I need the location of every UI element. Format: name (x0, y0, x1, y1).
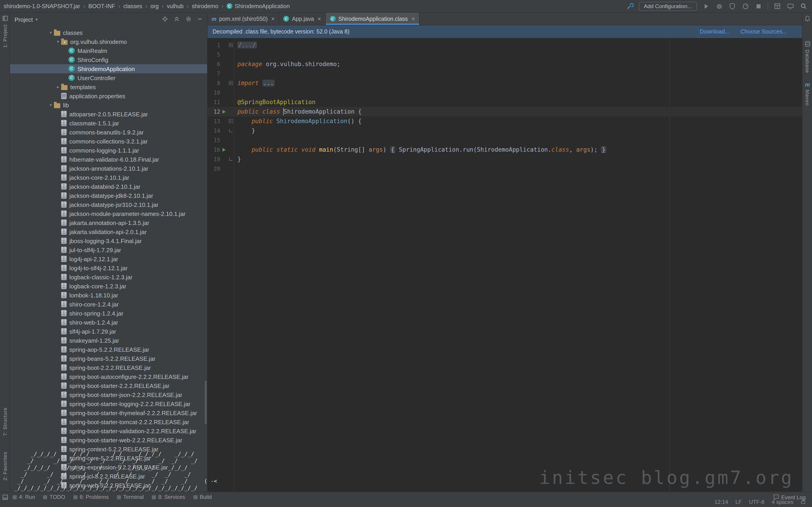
breadcrumb-item-shirodemoapplication[interactable]: ShirodemoApplication (235, 3, 290, 9)
line-ending[interactable]: LF (735, 499, 742, 505)
status-item-todo[interactable]: TODO (43, 494, 65, 500)
fold-marker-icon[interactable] (229, 129, 232, 132)
tree-item-commons-logging-1-1-1-jar[interactable]: commons-logging-1.1.1.jar (10, 146, 207, 155)
code-line-13[interactable]: 13− public ShirodemoApplication() { (208, 116, 802, 126)
tree-item-jackson-core-2-10-1-jar[interactable]: jackson-core-2.10.1.jar (10, 173, 207, 182)
tree-item-jackson-datatype-jsr310-2-10-1-jar[interactable]: jackson-datatype-jsr310-2.10.1.jar (10, 200, 207, 209)
code-line-11[interactable]: 11@SpringBootApplication (208, 97, 802, 107)
tree-item-jackson-module-parameter-names-2-10-1-jar[interactable]: jackson-module-parameter-names-2.10.1.ja… (10, 209, 207, 218)
caret-position[interactable]: 12:14 (715, 499, 728, 505)
tree-item-attoparser-2-0-5-release-jar[interactable]: attoparser-2.0.5.RELEASE.jar (10, 110, 207, 119)
tree-item-jackson-datatype-jdk8-2-10-1-jar[interactable]: jackson-datatype-jdk8-2.10.1.jar (10, 191, 207, 200)
tree-item-jakarta-validation-api-2-0-1-jar[interactable]: jakarta.validation-api-2.0.1.jar (10, 227, 207, 236)
tree-item-log4j-api-2-12-1-jar[interactable]: log4j-api-2.12.1.jar (10, 255, 207, 264)
search-icon[interactable] (799, 2, 807, 10)
code-line-7[interactable]: 7 (208, 69, 802, 78)
tree-item-jakarta-annotation-api-1-3-5-jar[interactable]: jakarta.annotation-api-1.3.5.jar (10, 218, 207, 227)
tree-item-spring-boot-2-2-2-release-jar[interactable]: spring-boot-2.2.2.RELEASE.jar (10, 363, 207, 372)
tree-item-shiro-web-1-2-4-jar[interactable]: shiro-web-1.2.4.jar (10, 318, 207, 327)
code-line-14[interactable]: 14 } (208, 126, 802, 135)
tree-item-templates[interactable]: ▸templates (10, 82, 207, 92)
close-icon[interactable]: × (271, 16, 274, 21)
collapse-all-icon[interactable] (173, 16, 180, 23)
tree-item-jul-to-slf4j-1-7-29-jar[interactable]: jul-to-slf4j-1.7.29.jar (10, 245, 207, 255)
tree-item-spring-boot-starter-web-2-2-2-release-jar[interactable]: spring-boot-starter-web-2.2.2.RELEASE.ja… (10, 436, 207, 445)
tree-item-classmate-1-5-1-jar[interactable]: classmate-1.5.1.jar (10, 119, 207, 128)
lock-icon[interactable] (801, 498, 806, 506)
tab-app-java[interactable]: CApp.java× (280, 13, 326, 25)
code-line-10[interactable]: 10 (208, 88, 802, 97)
project-tool-icon[interactable] (0, 15, 10, 21)
tool-button-favorites[interactable]: 2: Favorites (0, 452, 10, 481)
coverage-icon[interactable] (728, 2, 736, 10)
tree-item-commons-collections-3-2-1-jar[interactable]: commons-collections-3.2.1.jar (10, 137, 207, 146)
status-item-terminal[interactable]: Terminal (117, 494, 144, 500)
tree-item-application-properties[interactable]: application.properties (10, 92, 207, 101)
tree-item-shiro-spring-1-2-4-jar[interactable]: shiro-spring-1.2.4.jar (10, 309, 207, 318)
tab-shirodemoapplication-class[interactable]: CShirodemoApplication.class× (325, 13, 419, 25)
tree-item-mainrealm[interactable]: CMainRealm (10, 46, 207, 55)
download-link[interactable]: Download... (700, 29, 729, 35)
tree-item-jackson-annotations-2-10-1-jar[interactable]: jackson-annotations-2.10.1.jar (10, 164, 207, 173)
tree-item-commons-beanutils-1-9-2-jar[interactable]: commons-beanutils-1.9.2.jar (10, 128, 207, 137)
tree-item-spring-beans-5-2-2-release-jar[interactable]: spring-beans-5.2.2.RELEASE.jar (10, 354, 207, 363)
hide-panel-icon[interactable] (197, 16, 203, 23)
tree-item-logback-classic-1-2-3-jar[interactable]: logback-classic-1.2.3.jar (10, 273, 207, 282)
code-line-1[interactable]: 1+/.../ (208, 40, 802, 50)
bell-icon[interactable] (803, 15, 812, 22)
run-icon[interactable] (702, 2, 710, 10)
tool-button-project[interactable]: 1: Project (0, 24, 10, 48)
status-item-4-run[interactable]: 4: Run (13, 494, 35, 500)
code-line-8[interactable]: 8+import ... (208, 78, 802, 88)
tree-item-spring-boot-starter-thymeleaf-2-2-2-release-jar[interactable]: spring-boot-starter-thymeleaf-2.2.2.RELE… (10, 408, 207, 417)
tree-item-spring-boot-starter-logging-2-2-2-release-jar[interactable]: spring-boot-starter-logging-2.2.2.RELEAS… (10, 399, 207, 408)
breadcrumb-item-boot-inf[interactable]: BOOT-INF (88, 3, 115, 9)
encoding[interactable]: UTF-8 (749, 499, 764, 505)
build-hammer-icon[interactable] (626, 2, 634, 10)
tool-button-maven[interactable]: m Maven (803, 81, 812, 106)
code-line-19[interactable]: 19} (208, 154, 802, 164)
breadcrumb-item-shirodemo-1-0-snapshot-jar[interactable]: shirodemo-1.0-SNAPSHOT.jar (4, 3, 80, 9)
tree-item-lib[interactable]: ▾lib (10, 101, 207, 110)
add-configuration-button[interactable]: Add Configuration... (639, 2, 697, 11)
breadcrumb-item-org[interactable]: org (150, 3, 159, 9)
chevron-down-icon[interactable]: ▾ (48, 30, 54, 35)
choose-sources-link[interactable]: Choose Sources... (741, 29, 787, 35)
tree-scrollbar[interactable] (205, 381, 207, 424)
remote-screen-icon[interactable] (786, 2, 794, 10)
fold-marker-icon[interactable]: + (229, 43, 233, 47)
tree-item-spring-boot-autoconfigure-2-2-2-release-jar[interactable]: spring-boot-autoconfigure-2.2.2.RELEASE.… (10, 372, 207, 381)
project-panel-title[interactable]: Project (14, 16, 33, 23)
tree-item-shiroconfig[interactable]: CShiroConfig (10, 55, 207, 64)
tree-item-classes[interactable]: ▾classes (10, 28, 207, 37)
tool-button-database[interactable]: Database (803, 41, 812, 73)
breadcrumb-item-shirodemo[interactable]: shirodemo (192, 3, 218, 9)
breadcrumb-item-vulhub[interactable]: vulhub (167, 3, 184, 9)
tree-item-jackson-databind-2-10-1-jar[interactable]: jackson-databind-2.10.1.jar (10, 182, 207, 191)
locate-icon[interactable] (162, 16, 168, 23)
tree-item-jboss-logging-3-4-1-final-jar[interactable]: jboss-logging-3.4.1.Final.jar (10, 236, 207, 245)
chevron-down-icon[interactable]: ▾ (48, 103, 54, 107)
tree-item-shiro-core-1-2-4-jar[interactable]: shiro-core-1.2.4.jar (10, 300, 207, 309)
code-line-6[interactable]: 6package org.vulhub.shirodemo; (208, 59, 802, 69)
code-line-12[interactable]: 12public class ShirodemoApplication { (208, 107, 802, 116)
tab-pom-xml-shiro550[interactable]: mpom.xml (shiro550)× (208, 13, 280, 25)
status-item-6-problems[interactable]: 6: Problems (73, 494, 109, 500)
chevron-down-icon[interactable]: ▾ (36, 17, 38, 22)
stop-icon[interactable] (754, 2, 763, 10)
tool-window-switcher-icon[interactable] (2, 494, 8, 502)
tree-item-spring-boot-starter-tomcat-2-2-2-release-jar[interactable]: spring-boot-starter-tomcat-2.2.2.RELEASE… (10, 417, 207, 427)
code-line-20[interactable]: 20 (208, 164, 802, 173)
tree-item-lombok-1-18-10-jar[interactable]: lombok-1.18.10.jar (10, 291, 207, 300)
status-item-8-services[interactable]: 8: Services (152, 494, 185, 500)
code-line-15[interactable]: 15 (208, 135, 802, 145)
close-icon[interactable]: × (411, 16, 415, 21)
run-gutter-icon[interactable] (222, 148, 225, 152)
layout-icon[interactable] (773, 2, 781, 10)
tree-item-org-vulhub-shirodemo[interactable]: ▾org.vulhub.shirodemo (10, 37, 207, 46)
tree-item-hibernate-validator-6-0-18-final-jar[interactable]: hibernate-validator-6.0.18.Final.jar (10, 155, 207, 164)
fold-marker-icon[interactable] (229, 158, 232, 161)
tree-item-log4j-to-slf4j-2-12-1-jar[interactable]: log4j-to-slf4j-2.12.1.jar (10, 264, 207, 273)
debug-icon[interactable] (715, 2, 723, 10)
tree-item-usercontroller[interactable]: CUserController (10, 73, 207, 82)
